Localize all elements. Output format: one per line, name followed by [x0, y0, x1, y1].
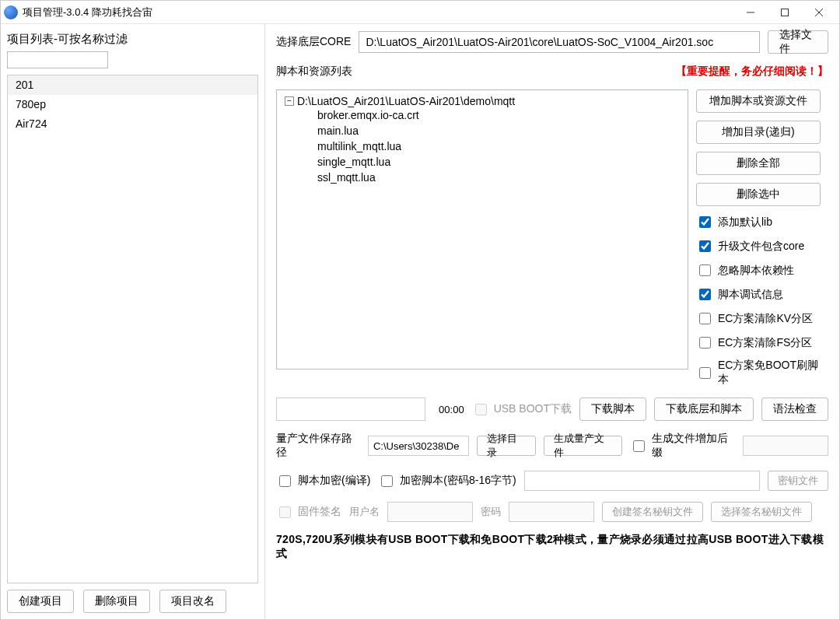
- check-usb-boot[interactable]: USB BOOT下载: [472, 401, 572, 418]
- check-ec-noboot[interactable]: EC方案免BOOT刷脚本: [696, 359, 828, 387]
- scripts-header: 脚本和资源列表: [276, 65, 352, 79]
- rename-project-button[interactable]: 项目改名: [159, 590, 226, 613]
- core-path-input[interactable]: [359, 31, 760, 53]
- project-item[interactable]: 201: [8, 75, 257, 95]
- download-core-script-button[interactable]: 下载底层和脚本: [654, 398, 754, 421]
- gen-mass-file-button[interactable]: 生成量产文件: [544, 436, 622, 456]
- footer-note: 720S,720U系列模块有USB BOOT下载和免BOOT下载2种模式，量产烧…: [276, 533, 828, 561]
- elapsed-time: 00:00: [433, 404, 464, 415]
- syntax-check-button[interactable]: 语法检查: [761, 398, 828, 421]
- sidebar: 项目列表-可按名称过滤 201 780ep Air724 创建项目 删除项目 项…: [1, 24, 265, 619]
- check-suffix[interactable]: 生成文件增加后缀: [630, 432, 735, 460]
- titlebar: 项目管理-3.0.4 降功耗找合宙: [1, 1, 839, 24]
- script-tree[interactable]: − D:\LuatOS_Air201\LuatOS-Air201\demo\mq…: [276, 89, 688, 370]
- main-panel: 选择底层CORE 选择文件 脚本和资源列表 【重要提醒，务必仔细阅读！】 − D…: [265, 24, 839, 619]
- tree-file[interactable]: broker.emqx.io-ca.crt: [317, 107, 680, 123]
- check-debug-info[interactable]: 脚本调试信息: [696, 286, 828, 303]
- key-file-button[interactable]: 密钥文件: [768, 471, 828, 491]
- project-item[interactable]: Air724: [8, 114, 257, 134]
- tree-root-label: D:\LuatOS_Air201\LuatOS-Air201\demo\mqtt: [297, 95, 515, 107]
- delete-project-button[interactable]: 删除项目: [83, 590, 150, 613]
- project-list-header: 项目列表-可按名称过滤: [7, 29, 258, 51]
- check-ignore-deps[interactable]: 忽略脚本依赖性: [696, 262, 828, 278]
- add-directory-button[interactable]: 增加目录(递归): [696, 121, 821, 144]
- check-add-lib[interactable]: 添加默认lib: [696, 214, 828, 230]
- check-upgrade-core[interactable]: 升级文件包含core: [696, 238, 828, 254]
- project-item[interactable]: 780ep: [8, 95, 257, 114]
- tree-file[interactable]: multilink_mqtt.lua: [317, 138, 680, 154]
- sign-password-label: 密码: [481, 505, 501, 519]
- warning-link[interactable]: 【重要提醒，务必仔细阅读！】: [676, 65, 828, 79]
- maximize-button[interactable]: [768, 2, 802, 23]
- delete-all-button[interactable]: 删除全部: [696, 152, 821, 175]
- app-icon: [4, 5, 18, 19]
- check-ec-clear-kv[interactable]: EC方案清除KV分区: [696, 310, 828, 327]
- check-firmware-sign[interactable]: 固件签名: [276, 504, 341, 520]
- tree-file[interactable]: single_mqtt.lua: [317, 154, 680, 170]
- progress-bar: [276, 398, 425, 421]
- choose-sign-key-button[interactable]: 选择签名秘钥文件: [711, 502, 812, 522]
- check-script-pwd-encrypt[interactable]: 加密脚本(密码8-16字节): [378, 473, 516, 489]
- choose-mass-dir-button[interactable]: 选择目录: [477, 436, 536, 456]
- add-script-file-button[interactable]: 增加脚本或资源文件: [696, 89, 821, 113]
- delete-selected-button[interactable]: 删除选中: [696, 183, 821, 206]
- svg-rect-1: [782, 9, 789, 16]
- window-title: 项目管理-3.0.4 降功耗找合宙: [23, 5, 733, 19]
- check-script-compile-encrypt[interactable]: 脚本加密(编译): [276, 473, 370, 489]
- project-filter-input[interactable]: [7, 51, 108, 68]
- sign-username-input[interactable]: [387, 502, 473, 522]
- close-button[interactable]: [802, 2, 836, 23]
- choose-core-button[interactable]: 选择文件: [768, 30, 828, 54]
- create-sign-key-button[interactable]: 创建签名秘钥文件: [602, 502, 703, 522]
- tree-root-node[interactable]: − D:\LuatOS_Air201\LuatOS-Air201\demo\mq…: [285, 95, 680, 107]
- core-label: 选择底层CORE: [276, 35, 351, 49]
- tree-file[interactable]: ssl_mqtt.lua: [317, 170, 680, 185]
- project-list[interactable]: 201 780ep Air724: [7, 75, 258, 583]
- mass-path-label: 量产文件保存路径: [276, 432, 360, 460]
- check-ec-clear-fs[interactable]: EC方案清除FS分区: [696, 335, 828, 351]
- mass-path-input[interactable]: [368, 436, 469, 456]
- encrypt-password-input[interactable]: [524, 471, 760, 491]
- suffix-input[interactable]: [743, 436, 828, 456]
- download-script-button[interactable]: 下载脚本: [579, 398, 646, 421]
- sign-password-input[interactable]: [509, 502, 594, 522]
- sign-user-label: 用户名: [349, 505, 380, 519]
- create-project-button[interactable]: 创建项目: [7, 590, 74, 613]
- collapse-icon[interactable]: −: [285, 96, 294, 106]
- minimize-button[interactable]: [733, 2, 768, 23]
- tree-file[interactable]: main.lua: [317, 123, 680, 138]
